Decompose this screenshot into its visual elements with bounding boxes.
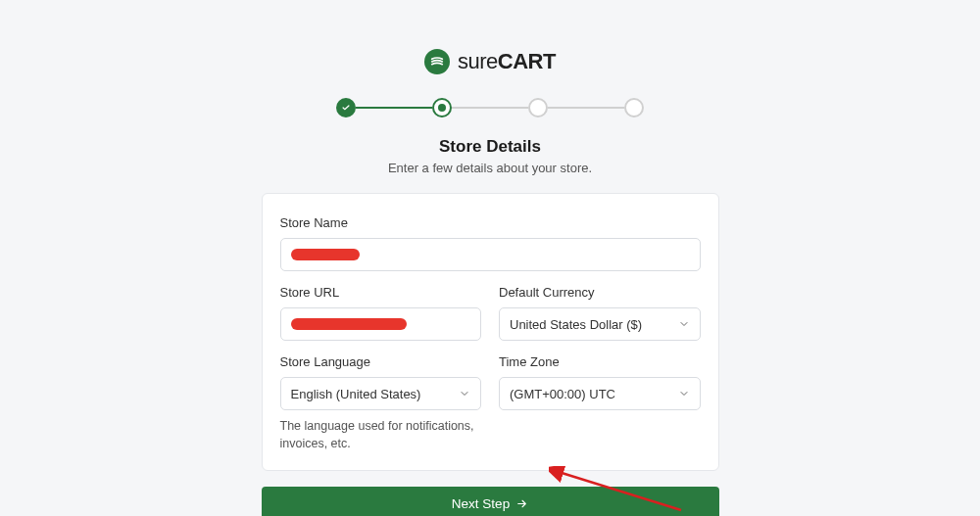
next-step-label: Next Step <box>452 496 510 511</box>
step-1-done <box>336 98 356 117</box>
language-value: English (United States) <box>291 387 421 401</box>
step-3 <box>528 98 548 117</box>
redacted-value <box>291 249 360 260</box>
currency-select[interactable]: United States Dollar ($) <box>499 307 701 341</box>
store-name-label: Store Name <box>280 215 701 230</box>
redacted-value <box>291 318 407 330</box>
step-2-active <box>432 98 452 117</box>
chevron-down-icon <box>678 318 690 330</box>
store-url-input[interactable] <box>280 307 482 341</box>
arrow-right-icon <box>515 497 528 510</box>
step-connector <box>452 107 528 109</box>
progress-stepper <box>262 98 719 117</box>
page-subtitle: Enter a few details about your store. <box>262 161 719 175</box>
form-card: Store Name Store URL Default Currency Un <box>262 193 719 471</box>
language-helper: The language used for notifications, inv… <box>280 418 482 452</box>
step-connector <box>548 107 624 109</box>
chevron-down-icon <box>678 388 690 399</box>
chevron-down-icon <box>459 388 470 399</box>
timezone-select[interactable]: (GMT+00:00) UTC <box>499 377 701 410</box>
page-heading: Store Details Enter a few details about … <box>262 137 719 175</box>
brand-logo: sureCART <box>262 49 719 74</box>
logo-icon <box>424 49 450 74</box>
language-label: Store Language <box>280 354 482 369</box>
currency-value: United States Dollar ($) <box>510 317 642 332</box>
step-connector <box>356 107 432 109</box>
currency-label: Default Currency <box>499 285 701 300</box>
page-title: Store Details <box>262 137 719 157</box>
step-4 <box>624 98 644 117</box>
store-name-input[interactable] <box>280 238 701 271</box>
timezone-value: (GMT+00:00) UTC <box>510 387 615 401</box>
timezone-label: Time Zone <box>499 354 701 369</box>
brand-name: sureCART <box>458 49 556 74</box>
next-step-button[interactable]: Next Step <box>262 487 719 516</box>
store-url-label: Store URL <box>280 285 482 300</box>
language-select[interactable]: English (United States) <box>280 377 482 410</box>
